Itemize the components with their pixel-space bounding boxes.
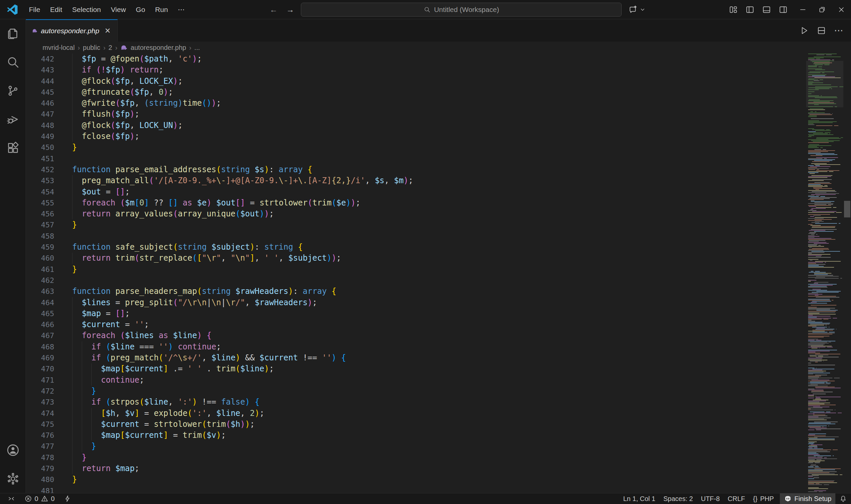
breadcrumb-item-public[interactable]: public (83, 44, 100, 52)
command-center-search[interactable]: Untitled (Workspace) (301, 3, 622, 17)
code-line[interactable]: 448 @flock($fp, LOCK_UN); (26, 120, 806, 131)
copilot-chat-button[interactable] (626, 4, 648, 15)
code-line[interactable]: 476 $map[$current] = trim($v); (26, 430, 806, 441)
encoding-status[interactable]: UTF-8 (697, 493, 724, 504)
code-line[interactable]: 466 $current = ''; (26, 319, 806, 330)
customize-layout-icon[interactable] (726, 2, 741, 17)
breadcrumb-item-more[interactable]: ... (195, 44, 200, 52)
code-line[interactable]: 453 preg_match_all('/[A-Z0-9._%+\-]+@[A-… (26, 175, 806, 186)
zap-icon[interactable] (60, 495, 75, 502)
breadcrumb-item-file[interactable]: autoresponder.php (131, 44, 186, 52)
code-text: foreach ($lines as $line) { (72, 330, 212, 341)
extensions-icon[interactable] (0, 134, 25, 162)
indentation-status[interactable]: Spaces: 2 (659, 493, 697, 504)
remote-indicator-icon[interactable] (3, 495, 19, 503)
minimap-slider[interactable] (806, 61, 843, 107)
code-line[interactable]: 481 (26, 485, 806, 493)
vertical-scrollbar[interactable] (843, 54, 851, 493)
tab-close-icon[interactable]: ✕ (103, 26, 113, 36)
code-line[interactable]: 454 $out = []; (26, 186, 806, 197)
explorer-icon[interactable] (0, 19, 25, 48)
code-line[interactable]: 477 } (26, 441, 806, 452)
indent-guide (72, 430, 72, 441)
minimize-button[interactable] (793, 0, 812, 19)
code-line[interactable]: 446 @fwrite($fp, (string)time()); (26, 98, 806, 109)
run-php-icon[interactable] (797, 24, 811, 38)
language-mode[interactable]: {} PHP (749, 493, 778, 504)
code-line[interactable]: 462 (26, 275, 806, 286)
navigate-back-icon[interactable]: ← (268, 4, 279, 16)
activity-bar-spacer (0, 162, 25, 436)
code-line[interactable]: 463function parse_headers_map(string $ra… (26, 286, 806, 297)
code-line[interactable]: 450} (26, 142, 806, 153)
code-line[interactable]: 469 if (preg_match('/^\s+/', $line) && $… (26, 353, 806, 363)
settings-gear-icon[interactable] (0, 465, 25, 493)
code-line[interactable]: 456 return array_values(array_unique($ou… (26, 209, 806, 219)
code-line[interactable]: 472 } (26, 386, 806, 397)
menu-edit[interactable]: Edit (45, 4, 67, 16)
code-text: } (72, 452, 87, 463)
code-line[interactable]: 478 } (26, 452, 806, 463)
menu-file[interactable]: File (24, 4, 45, 16)
code-line[interactable]: 479 return $map; (26, 463, 806, 474)
code-line[interactable]: 447 fflush($fp); (26, 109, 806, 120)
finish-setup-button[interactable]: Finish Setup (780, 493, 835, 504)
eol-status[interactable]: CRLF (724, 493, 749, 504)
code-line[interactable]: 467 foreach ($lines as $line) { (26, 330, 806, 341)
code-line[interactable]: 474 [$h, $v] = explode(':', $line, 2); (26, 408, 806, 419)
minimap[interactable] (806, 54, 843, 493)
code-line[interactable]: 444 @flock($fp, LOCK_EX); (26, 76, 806, 87)
tab-autoresponder-php[interactable]: autoresponder.php ✕ (26, 19, 118, 41)
problems-status[interactable]: 0 0 (21, 495, 58, 503)
code-line[interactable]: 465 $map = []; (26, 308, 806, 319)
code-line[interactable]: 461} (26, 264, 806, 275)
code-line[interactable]: 442 $fp = @fopen($path, 'c'); (26, 54, 806, 65)
code-line[interactable]: 449 fclose($fp); (26, 131, 806, 142)
run-debug-icon[interactable] (0, 105, 25, 134)
search-view-icon[interactable] (0, 48, 25, 76)
menu-view[interactable]: View (106, 4, 131, 16)
code-line[interactable]: 471 continue; (26, 375, 806, 386)
breadcrumb-item-2[interactable]: 2 (108, 44, 112, 52)
menu-run[interactable]: Run (150, 4, 173, 16)
more-actions-icon[interactable]: ⋯ (832, 24, 846, 38)
code-line[interactable]: 460 return trim(str_replace(["\r", "\n"]… (26, 253, 806, 264)
code-line[interactable]: 451 (26, 153, 806, 164)
menu-go[interactable]: Go (131, 4, 150, 16)
indent-guide (72, 441, 72, 452)
code-editor[interactable]: 442 $fp = @fopen($path, 'c');443 if (!$f… (26, 54, 806, 493)
code-line[interactable]: 464 $lines = preg_split("/\r\n|\n|\r/", … (26, 297, 806, 308)
code-line[interactable]: 455 foreach ($m[0] ?? [] as $e) $out[] =… (26, 197, 806, 209)
cursor-position[interactable]: Ln 1, Col 1 (619, 493, 659, 504)
split-editor-icon[interactable] (814, 24, 828, 38)
code-line[interactable]: 445 @ftruncate($fp, 0); (26, 87, 806, 98)
code-line[interactable]: 475 $current = strtolower(trim($h)); (26, 419, 806, 430)
notifications-bell-icon[interactable] (835, 493, 851, 504)
toggle-primary-sidebar-icon[interactable] (743, 2, 757, 17)
code-text: @flock($fp, LOCK_UN); (72, 120, 182, 131)
code-line[interactable]: 470 $map[$current] .= ' ' . trim($line); (26, 363, 806, 374)
php-file-icon (32, 26, 38, 35)
line-number: 446 (26, 98, 54, 109)
toggle-secondary-sidebar-icon[interactable] (776, 2, 791, 17)
code-line[interactable]: 457} (26, 219, 806, 230)
navigate-forward-icon[interactable]: → (284, 4, 296, 16)
source-control-icon[interactable] (0, 76, 25, 105)
code-line[interactable]: 452function parse_email_addresses(string… (26, 164, 806, 175)
accounts-icon[interactable] (0, 436, 25, 465)
code-line[interactable]: 443 if (!$fp) return; (26, 65, 806, 75)
menu-selection[interactable]: Selection (67, 4, 106, 16)
menu-more[interactable]: ⋯ (173, 4, 190, 16)
close-window-button[interactable] (832, 0, 851, 19)
code-line[interactable]: 458 (26, 231, 806, 242)
code-line[interactable]: 459function safe_subject(string $subject… (26, 242, 806, 253)
restore-button[interactable] (812, 0, 832, 19)
breadcrumb-item-root[interactable]: mvrid-local (42, 44, 75, 52)
toggle-panel-icon[interactable] (759, 2, 774, 17)
code-text: continue; (72, 375, 144, 386)
scrollbar-slider[interactable] (844, 201, 850, 217)
code-line[interactable]: 473 if (strpos($line, ':') !== false) { (26, 397, 806, 408)
line-number: 442 (26, 54, 54, 65)
code-line[interactable]: 480} (26, 474, 806, 485)
code-line[interactable]: 468 if ($line === '') continue; (26, 341, 806, 353)
